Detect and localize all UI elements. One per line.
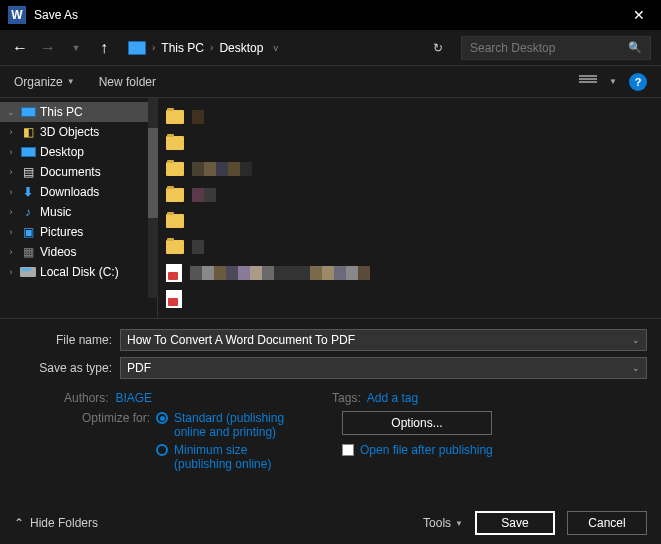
authors-label: Authors: <box>64 391 109 405</box>
document-icon: ▤ <box>20 165 36 179</box>
chevron-up-icon: ⌃ <box>14 516 24 530</box>
chevron-down-icon[interactable]: v <box>273 43 278 53</box>
list-item[interactable] <box>166 264 653 282</box>
expand-icon[interactable]: › <box>6 167 16 177</box>
refresh-icon[interactable]: ↻ <box>433 41 443 55</box>
openafter-checkbox[interactable] <box>342 444 354 456</box>
list-item[interactable] <box>166 290 653 308</box>
saveastype-select[interactable]: PDF ⌄ <box>120 357 647 379</box>
saveastype-label: Save as type: <box>14 361 120 375</box>
tree-local-disk[interactable]: › Local Disk (C:) <box>0 262 157 282</box>
list-item[interactable] <box>166 108 653 126</box>
title-bar: W Save As ✕ <box>0 0 661 30</box>
tags-label: Tags: <box>332 391 361 405</box>
recent-dropdown[interactable]: ▼ <box>66 43 86 53</box>
breadcrumb-this-pc[interactable]: This PC <box>161 41 204 55</box>
save-form: File name: How To Convert A Word Documen… <box>0 318 661 483</box>
pdf-icon <box>166 290 182 308</box>
tree-music[interactable]: › ♪ Music <box>0 202 157 222</box>
folder-icon <box>166 240 184 254</box>
tags-add[interactable]: Add a tag <box>367 391 418 405</box>
save-button[interactable]: Save <box>475 511 555 535</box>
list-item[interactable] <box>166 212 653 230</box>
radio-minimum[interactable] <box>156 444 168 456</box>
help-icon[interactable]: ? <box>629 73 647 91</box>
expand-icon[interactable]: › <box>6 127 16 137</box>
tree-3d-objects[interactable]: › ◧ 3D Objects <box>0 122 157 142</box>
download-icon: ⬇ <box>20 185 36 199</box>
nav-tree: ⌄ This PC › ◧ 3D Objects › Desktop › ▤ D… <box>0 98 158 318</box>
pc-icon <box>128 41 146 55</box>
collapse-icon[interactable]: ⌄ <box>6 107 16 117</box>
folder-icon <box>166 162 184 176</box>
chevron-down-icon: ▼ <box>455 519 463 528</box>
pc-icon <box>21 107 36 117</box>
search-icon: 🔍 <box>628 41 642 54</box>
toolbar: Organize ▼ New folder ▼ ? <box>0 66 661 98</box>
new-folder-button[interactable]: New folder <box>99 75 156 89</box>
main-pane: ⌄ This PC › ◧ 3D Objects › Desktop › ▤ D… <box>0 98 661 318</box>
openafter-label[interactable]: Open file after publishing <box>360 443 493 457</box>
back-button[interactable]: ← <box>10 39 30 57</box>
close-icon[interactable]: ✕ <box>625 7 653 23</box>
hide-folders-toggle[interactable]: ⌃ Hide Folders <box>14 516 98 530</box>
organize-menu[interactable]: Organize ▼ <box>14 75 75 89</box>
cube-icon: ◧ <box>20 125 36 139</box>
list-item[interactable] <box>166 186 653 204</box>
tree-documents[interactable]: › ▤ Documents <box>0 162 157 182</box>
pictures-icon: ▣ <box>20 225 36 239</box>
tree-this-pc[interactable]: ⌄ This PC <box>0 102 157 122</box>
tree-videos[interactable]: › ▦ Videos <box>0 242 157 262</box>
folder-icon <box>166 110 184 124</box>
folder-icon <box>166 214 184 228</box>
tools-menu[interactable]: Tools ▼ <box>423 516 463 530</box>
list-item[interactable] <box>166 134 653 152</box>
expand-icon[interactable]: › <box>6 207 16 217</box>
expand-icon[interactable]: › <box>6 227 16 237</box>
breadcrumb-sep-icon: › <box>152 42 155 53</box>
search-input[interactable]: Search Desktop 🔍 <box>461 36 651 60</box>
tree-desktop[interactable]: › Desktop <box>0 142 157 162</box>
chevron-down-icon[interactable]: ⌄ <box>632 363 640 373</box>
expand-icon[interactable]: › <box>6 147 16 157</box>
tree-downloads[interactable]: › ⬇ Downloads <box>0 182 157 202</box>
chevron-down-icon[interactable]: ⌄ <box>632 335 640 345</box>
expand-icon[interactable]: › <box>6 187 16 197</box>
options-button[interactable]: Options... <box>342 411 492 435</box>
list-item[interactable] <box>166 160 653 178</box>
filename-label: File name: <box>14 333 120 347</box>
radio-standard[interactable] <box>156 412 168 424</box>
list-item[interactable] <box>166 238 653 256</box>
bottom-bar: ⌃ Hide Folders Tools ▼ Save Cancel <box>0 502 661 544</box>
filename-input[interactable]: How To Convert A Word Document To PDF ⌄ <box>120 329 647 351</box>
up-button[interactable]: ↑ <box>94 39 114 57</box>
expand-icon[interactable]: › <box>6 267 16 277</box>
cancel-button[interactable]: Cancel <box>567 511 647 535</box>
scrollbar-thumb[interactable] <box>148 128 158 218</box>
folder-icon <box>166 188 184 202</box>
opt-standard-label[interactable]: Standard (publishing online and printing… <box>174 411 304 439</box>
music-icon: ♪ <box>20 205 36 219</box>
videos-icon: ▦ <box>20 245 36 259</box>
breadcrumb-sep-icon: › <box>210 42 213 53</box>
opt-minimum-label[interactable]: Minimum size (publishing online) <box>174 443 304 471</box>
forward-button[interactable]: → <box>38 39 58 57</box>
desktop-icon <box>21 147 36 157</box>
word-app-icon: W <box>8 6 26 24</box>
nav-bar: ← → ▼ ↑ › This PC › Desktop v ↻ Search D… <box>0 30 661 66</box>
window-title: Save As <box>34 8 625 22</box>
disk-icon <box>20 267 36 277</box>
chevron-down-icon[interactable]: ▼ <box>609 77 617 86</box>
file-list[interactable] <box>158 98 661 318</box>
chevron-down-icon: ▼ <box>67 77 75 86</box>
view-options-icon[interactable] <box>579 75 597 89</box>
optimize-label: Optimize for: <box>72 411 150 439</box>
breadcrumb-desktop[interactable]: Desktop <box>219 41 263 55</box>
tree-pictures[interactable]: › ▣ Pictures <box>0 222 157 242</box>
tree-scrollbar[interactable] <box>148 98 158 298</box>
authors-value[interactable]: BIAGE <box>115 391 152 405</box>
expand-icon[interactable]: › <box>6 247 16 257</box>
address-bar[interactable]: › This PC › Desktop v ↻ <box>122 41 453 55</box>
search-placeholder: Search Desktop <box>470 41 555 55</box>
pdf-icon <box>166 264 182 282</box>
